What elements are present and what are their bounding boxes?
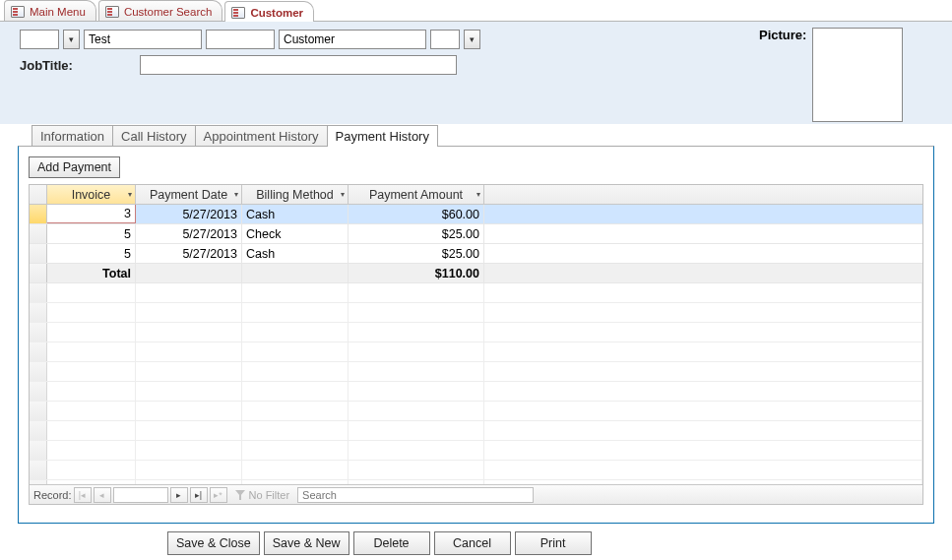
middle-initial-field[interactable] xyxy=(206,30,275,49)
first-icon: |◂ xyxy=(79,490,86,500)
cell-invoice[interactable]: 3 xyxy=(47,205,136,223)
cell-empty xyxy=(484,264,922,282)
doc-tab-customer-search[interactable]: Customer Search xyxy=(98,0,222,21)
column-header-label: Payment Amount xyxy=(369,188,463,202)
table-total-row: Total $110.00 xyxy=(30,264,922,283)
column-header-label: Billing Method xyxy=(256,188,334,202)
cancel-button[interactable]: Cancel xyxy=(434,531,511,555)
cell-empty xyxy=(242,264,349,282)
last-name-field[interactable] xyxy=(279,30,426,49)
nav-new-button[interactable]: ▸* xyxy=(210,487,227,503)
payment-history-panel: Add Payment Invoice ▾ Payment Date ▾ Bil… xyxy=(18,146,934,524)
customer-form-header: ▾ ▾ JobTitle: Picture: Information Call … xyxy=(0,22,952,124)
cell-total-amount: $110.00 xyxy=(349,264,484,282)
chevron-down-icon: ▾ xyxy=(128,190,132,199)
print-button[interactable]: Print xyxy=(515,531,592,555)
title-field[interactable] xyxy=(20,30,59,49)
doc-tab-label: Customer xyxy=(250,7,303,19)
row-selector[interactable] xyxy=(30,244,47,263)
doc-tab-label: Customer Search xyxy=(124,6,212,18)
nav-first-button[interactable]: |◂ xyxy=(74,487,92,503)
cell-empty xyxy=(484,224,922,243)
record-number-input[interactable] xyxy=(113,487,168,503)
form-action-bar: Save & Close Save & New Delete Cancel Pr… xyxy=(0,524,952,555)
cell-amount[interactable]: $25.00 xyxy=(349,244,484,263)
new-record-icon: ▸* xyxy=(214,490,222,500)
add-payment-button[interactable]: Add Payment xyxy=(29,156,120,178)
table-row[interactable]: 5 5/27/2013 Cash $25.00 xyxy=(30,244,922,264)
suffix-field[interactable] xyxy=(430,30,460,49)
row-selector[interactable] xyxy=(30,224,47,243)
cell-date[interactable]: 5/27/2013 xyxy=(136,205,242,223)
chevron-down-icon: ▾ xyxy=(69,34,74,44)
column-header-label: Invoice xyxy=(72,188,111,202)
cell-empty xyxy=(484,205,922,223)
form-icon xyxy=(11,6,25,18)
select-all-header[interactable] xyxy=(30,185,47,204)
nav-prev-button[interactable]: ◂ xyxy=(94,487,111,503)
cell-method[interactable]: Cash xyxy=(242,205,349,223)
picture-section: Picture: xyxy=(759,28,934,122)
no-filter-label: No Filter xyxy=(249,489,290,501)
cell-invoice[interactable]: 5 xyxy=(47,244,136,263)
row-selector[interactable] xyxy=(30,205,47,223)
cell-method[interactable]: Cash xyxy=(242,244,349,263)
doc-tab-customer[interactable]: Customer xyxy=(224,1,314,22)
column-header-empty xyxy=(484,185,922,204)
doc-tab-main-menu[interactable]: Main Menu xyxy=(4,0,96,21)
cell-total-label: Total xyxy=(47,264,136,282)
chevron-down-icon: ▾ xyxy=(234,190,238,199)
tab-payment-history[interactable]: Payment History xyxy=(327,125,438,147)
chevron-down-icon: ▾ xyxy=(341,190,345,199)
form-icon xyxy=(231,7,245,19)
prev-icon: ◂ xyxy=(99,490,104,500)
cell-method[interactable]: Check xyxy=(242,224,349,243)
cell-amount[interactable]: $60.00 xyxy=(349,205,484,223)
first-name-field[interactable] xyxy=(84,30,202,49)
nav-next-button[interactable]: ▸ xyxy=(170,487,188,503)
chevron-down-icon: ▾ xyxy=(470,34,475,44)
chevron-down-icon: ▾ xyxy=(476,190,480,199)
table-row[interactable]: 3 5/27/2013 Cash $60.00 xyxy=(30,205,922,224)
next-icon: ▸ xyxy=(176,490,181,500)
record-navigator: Record: |◂ ◂ ▸ ▸| ▸* No Filter Search xyxy=(30,484,922,504)
nav-last-button[interactable]: ▸| xyxy=(190,487,208,503)
column-header-payment-date[interactable]: Payment Date ▾ xyxy=(136,185,242,204)
delete-button[interactable]: Delete xyxy=(353,531,430,555)
cell-empty xyxy=(484,244,922,263)
last-icon: ▸| xyxy=(195,490,202,500)
cell-date[interactable]: 5/27/2013 xyxy=(136,244,242,263)
cell-date[interactable]: 5/27/2013 xyxy=(136,224,242,243)
filter-indicator[interactable]: No Filter xyxy=(235,489,290,501)
tab-appointment-history[interactable]: Appointment History xyxy=(195,125,328,147)
record-label: Record: xyxy=(33,489,72,501)
cell-amount[interactable]: $25.00 xyxy=(349,224,484,243)
document-tabs: Main Menu Customer Search Customer xyxy=(0,0,952,22)
save-close-button[interactable]: Save & Close xyxy=(167,531,260,555)
column-header-billing-method[interactable]: Billing Method ▾ xyxy=(242,185,349,204)
picture-label: Picture: xyxy=(759,28,806,42)
column-header-label: Payment Date xyxy=(150,188,227,202)
table-row[interactable]: 5 5/27/2013 Check $25.00 xyxy=(30,224,922,244)
grid-header: Invoice ▾ Payment Date ▾ Billing Method … xyxy=(30,185,922,205)
tab-information[interactable]: Information xyxy=(32,125,113,147)
record-search-input[interactable]: Search xyxy=(297,487,534,503)
doc-tab-label: Main Menu xyxy=(30,6,86,18)
cell-empty xyxy=(136,264,242,282)
jobtitle-label: JobTitle: xyxy=(20,58,136,73)
form-icon xyxy=(105,6,119,18)
suffix-dropdown-button[interactable]: ▾ xyxy=(464,30,480,49)
picture-placeholder[interactable] xyxy=(812,28,903,122)
row-selector xyxy=(30,264,47,282)
grid-body: 3 5/27/2013 Cash $60.00 5 5/27/2013 Chec… xyxy=(30,205,922,484)
title-dropdown-button[interactable]: ▾ xyxy=(63,30,80,49)
column-header-invoice[interactable]: Invoice ▾ xyxy=(47,185,136,204)
funnel-icon xyxy=(235,490,245,500)
tab-call-history[interactable]: Call History xyxy=(112,125,195,147)
column-header-payment-amount[interactable]: Payment Amount ▾ xyxy=(349,185,484,204)
save-new-button[interactable]: Save & New xyxy=(264,531,349,555)
sub-tabs: Information Call History Appointment His… xyxy=(6,125,946,147)
cell-invoice[interactable]: 5 xyxy=(47,224,136,243)
payment-grid: Invoice ▾ Payment Date ▾ Billing Method … xyxy=(29,184,923,505)
jobtitle-field[interactable] xyxy=(140,55,457,75)
